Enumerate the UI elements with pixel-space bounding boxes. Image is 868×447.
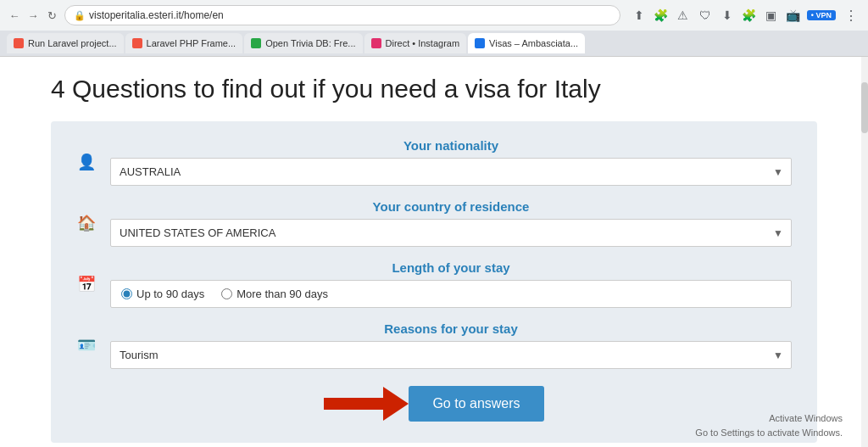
nationality-select-wrapper: AUSTRALIA ▼ — [110, 158, 792, 186]
nationality-icon: 👤 — [76, 153, 97, 171]
activate-windows-title: Activate Windows — [695, 411, 843, 426]
forward-button[interactable]: → — [25, 8, 41, 23]
tab-favicon-laravel — [14, 38, 24, 48]
tab-trivia[interactable]: Open Trivia DB: Fre... — [244, 33, 362, 53]
tab-favicon-instagram — [371, 38, 381, 48]
activate-windows-sub: Go to Settings to activate Windows. — [695, 426, 843, 440]
reasons-select-wrapper: Tourism ▼ — [110, 341, 792, 369]
residence-label: Your country of residence — [110, 199, 792, 214]
page-title: 4 Questions to find out if you need a vi… — [51, 74, 817, 104]
tab-php[interactable]: Laravel PHP Frame... — [125, 33, 243, 53]
stay-icon: 📅 — [76, 275, 97, 293]
stay-length-label: Length of your stay — [110, 260, 792, 275]
tab-instagram[interactable]: Direct • Instagram — [364, 33, 467, 53]
tab-label-instagram: Direct • Instagram — [386, 38, 460, 48]
reasons-icon: 🪪 — [76, 336, 97, 355]
toolbar-icons: ⬆ 🧩 ⚠ 🛡 ⬇ 🧩 ▣ 📺 • VPN ⋮ — [631, 7, 861, 24]
page-wrapper: 4 Questions to find out if you need a vi… — [0, 57, 868, 447]
download-icon[interactable]: ⬇ — [719, 7, 736, 24]
tab-favicon-php — [132, 38, 142, 48]
residence-content: Your country of residence UNITED STATES … — [110, 199, 792, 247]
scrollbar[interactable] — [861, 57, 868, 447]
tab-visa[interactable]: Visas – Ambasciata... — [468, 33, 585, 53]
reasons-select[interactable]: Tourism — [110, 341, 792, 369]
shield-icon[interactable]: 🛡 — [697, 7, 714, 24]
tab-label-php: Laravel PHP Frame... — [147, 38, 236, 48]
goto-row: Go to answers — [76, 386, 792, 422]
form-panel: 👤 Your nationality AUSTRALIA ▼ 🏠 Your co… — [51, 121, 817, 443]
back-button[interactable]: ← — [7, 8, 22, 23]
nationality-select[interactable]: AUSTRALIA — [110, 158, 792, 186]
tab-label-laravel: Run Laravel project... — [28, 38, 117, 48]
share-icon[interactable]: ⬆ — [631, 7, 648, 24]
tab-laravel[interactable]: Run Laravel project... — [7, 33, 124, 53]
url-text: vistoperitalia.esteri.it/home/en — [89, 9, 611, 21]
page-content: 4 Questions to find out if you need a vi… — [0, 57, 868, 447]
address-bar[interactable]: 🔒 vistoperitalia.esteri.it/home/en — [64, 5, 620, 25]
reasons-content: Reasons for your stay Tourism ▼ — [110, 321, 792, 369]
nationality-label: Your nationality — [110, 138, 792, 153]
goto-answers-button[interactable]: Go to answers — [409, 386, 543, 422]
puzzle-icon[interactable]: 🧩 — [741, 7, 758, 24]
residence-icon: 🏠 — [76, 214, 97, 232]
stay-radio-up90[interactable] — [121, 288, 132, 299]
cast-icon[interactable]: 📺 — [785, 7, 802, 24]
nationality-content: Your nationality AUSTRALIA ▼ — [110, 138, 792, 186]
menu-button[interactable]: ⋮ — [841, 8, 861, 24]
residence-select[interactable]: UNITED STATES OF AMERICA — [110, 219, 792, 247]
reasons-row: 🪪 Reasons for your stay Tourism ▼ — [76, 321, 792, 369]
activate-windows-notice: Activate Windows Go to Settings to activ… — [695, 411, 843, 439]
stay-option2[interactable]: More than 90 days — [221, 288, 328, 300]
browser-topbar: ← → ↻ 🔒 vistoperitalia.esteri.it/home/en… — [0, 0, 868, 31]
reasons-label: Reasons for your stay — [110, 321, 792, 336]
vpn-badge[interactable]: • VPN — [807, 10, 836, 20]
stay-radio-more90[interactable] — [221, 288, 232, 299]
red-arrow — [324, 387, 409, 421]
refresh-button[interactable]: ↻ — [44, 8, 59, 23]
lock-icon: 🔒 — [74, 10, 86, 21]
scrollbar-thumb[interactable] — [861, 82, 868, 133]
tab-label-visa: Visas – Ambasciata... — [489, 38, 578, 48]
extension1-icon[interactable]: 🧩 — [653, 7, 670, 24]
residence-row: 🏠 Your country of residence UNITED STATE… — [76, 199, 792, 247]
residence-select-wrapper: UNITED STATES OF AMERICA ▼ — [110, 219, 792, 247]
tab-favicon-trivia — [251, 38, 261, 48]
browser-chrome: ← → ↻ 🔒 vistoperitalia.esteri.it/home/en… — [0, 0, 868, 57]
stay-option1[interactable]: Up to 90 days — [121, 288, 204, 300]
tabs-bar: Run Laravel project... Laravel PHP Frame… — [0, 31, 868, 56]
tab-favicon-visa — [475, 38, 485, 48]
window-icon[interactable]: ▣ — [763, 7, 780, 24]
stay-length-row: 📅 Length of your stay Up to 90 days More… — [76, 260, 792, 308]
tab-label-trivia: Open Trivia DB: Fre... — [265, 38, 355, 48]
extension2-icon[interactable]: ⚠ — [675, 7, 692, 24]
nav-buttons: ← → ↻ — [7, 8, 59, 23]
stay-option2-label: More than 90 days — [236, 288, 328, 300]
nationality-row: 👤 Your nationality AUSTRALIA ▼ — [76, 138, 792, 186]
stay-content: Length of your stay Up to 90 days More t… — [110, 260, 792, 308]
stay-option1-label: Up to 90 days — [136, 288, 204, 300]
stay-length-radio-group: Up to 90 days More than 90 days — [110, 280, 792, 308]
